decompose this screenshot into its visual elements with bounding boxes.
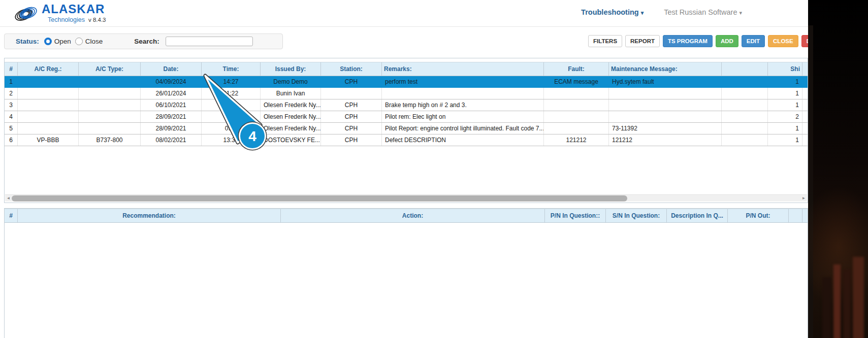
table-row[interactable]: 226/01/202411:22Bunin Ivan1 [5, 88, 808, 99]
table-cell [79, 123, 141, 134]
table-cell: 28/09/2021 [141, 123, 202, 134]
table-cell [79, 99, 141, 111]
brand-logo: ALASKAR Technologies v 8.4.3 [13, 3, 106, 24]
table-cell [79, 76, 141, 87]
brand-subtitle: Technologies [48, 16, 85, 23]
report-button[interactable]: REPORT [625, 35, 660, 47]
table-row[interactable]: 306/10/202159Olesen Frederik Ny...CPHBra… [5, 99, 808, 111]
action-button-row: FILTERS REPORT TS PROGRAM ADD EDIT CLOSE… [588, 35, 834, 47]
table-cell: 121212 [544, 134, 609, 146]
nav-troubleshooting-label: Troubleshooting [581, 8, 639, 16]
filters-button[interactable]: FILTERS [588, 35, 622, 47]
column-header: A/C Reg.: [18, 62, 79, 76]
search-label: Search: [134, 38, 159, 45]
column-header: P/N Out: [728, 209, 789, 222]
table-cell [544, 88, 609, 99]
table-cell [544, 111, 609, 122]
edit-button[interactable]: EDIT [742, 35, 765, 47]
table-cell: 5 [5, 123, 18, 134]
table-cell: 59 [202, 99, 261, 111]
column-header: Station: [321, 62, 382, 76]
table-cell: DOSTOEVSKY FE... [261, 134, 321, 146]
table-cell [722, 123, 768, 134]
chevron-down-icon: ▾ [739, 10, 742, 16]
column-header: A/C Type: [79, 62, 141, 76]
column-header [789, 209, 802, 222]
table-cell: 2 [5, 88, 18, 99]
column-header: Maintenance Message: [609, 62, 722, 76]
table-cell: Olesen Frederik Ny... [261, 111, 321, 122]
column-header: Remarks: [382, 62, 544, 76]
table-cell [202, 111, 261, 122]
table-cell: Hyd.sytem fault [609, 76, 722, 87]
table-cell: ECAM message [544, 76, 609, 87]
top-bar: ALASKAR Technologies v 8.4.3 Troubleshoo… [0, 0, 808, 27]
column-header: Date: [141, 62, 202, 76]
table-row[interactable]: 428/09/2021Olesen Frederik Ny...CPHPilot… [5, 111, 808, 123]
search-input[interactable] [166, 37, 253, 46]
scrollbar-thumb[interactable] [12, 195, 627, 201]
scroll-right-icon[interactable]: ► [800, 195, 807, 201]
table-cell: 6 [5, 134, 18, 146]
close-button[interactable]: CLOSE [768, 35, 798, 47]
status-label: Status: [16, 38, 39, 45]
table-cell: Demo Demo [261, 76, 321, 87]
table-cell: 11:22 [202, 88, 261, 99]
table-cell [609, 111, 722, 122]
status-close-radio[interactable] [75, 38, 83, 45]
status-open-radio[interactable] [44, 38, 52, 45]
table-cell [79, 88, 141, 99]
table-cell: 08/02/2021 [141, 134, 202, 146]
status-filter-bar: Status: Open Close Search: [4, 33, 283, 49]
add-button[interactable]: ADD [716, 35, 738, 47]
scroll-left-icon[interactable]: ◄ [5, 195, 12, 201]
table-cell: Defect DESCRIPTION [382, 134, 544, 146]
horizontal-scrollbar[interactable]: ◄ ► [5, 194, 807, 201]
table-cell: 09:3 [202, 123, 261, 134]
table-cell: 06/10/2021 [141, 99, 202, 111]
column-header: P/N In Question:: [545, 209, 606, 222]
table-cell: CPH [321, 76, 382, 87]
table-cell [609, 99, 722, 111]
table-cell [321, 88, 382, 99]
column-header: # [5, 209, 18, 222]
nav-user-menu[interactable]: Test Russian Software▾ [664, 8, 742, 16]
table-cell [18, 111, 79, 122]
status-open-label: Open [54, 38, 71, 45]
column-header: Recommendation: [18, 209, 281, 222]
desktop-background [808, 0, 868, 338]
table-cell: CPH [321, 111, 382, 122]
ts-program-button[interactable]: TS PROGRAM [663, 35, 713, 47]
table-cell: CPH [321, 123, 382, 134]
table-cell [18, 123, 79, 134]
table-cell: 1 [768, 123, 802, 134]
column-header: Description In Q... [667, 209, 728, 222]
table-cell: 73-11392 [609, 123, 722, 134]
table-row[interactable]: 104/09/202414:27Demo DemoCPHperform test… [5, 76, 808, 88]
table-cell: Bunin Ivan [261, 88, 321, 99]
table-cell: 26/01/2024 [141, 88, 202, 99]
logo-swoosh-icon [13, 3, 40, 24]
column-header: Fault: [544, 62, 609, 76]
table-cell: 28/09/2021 [141, 111, 202, 122]
table-cell: 1 [5, 76, 18, 87]
table-header-row: #A/C Reg.:A/C Type:Date:Time:Issued By:S… [5, 62, 808, 76]
table-cell: 3 [5, 99, 18, 111]
table-cell: Pilot Report: engine control light illum… [382, 123, 544, 134]
column-header: Issued By: [261, 62, 321, 76]
table-cell [79, 111, 141, 122]
table-cell: Olesen Frederik Ny... [261, 123, 321, 134]
table-row[interactable]: 528/09/202109:3Olesen Frederik Ny...CPHP… [5, 123, 808, 134]
table-cell [722, 76, 768, 87]
table-cell [609, 88, 722, 99]
column-header: Shi [768, 62, 802, 76]
table-cell: 13:37 [202, 134, 261, 146]
table-cell [18, 88, 79, 99]
nav-troubleshooting-menu[interactable]: Troubleshooting▾ [581, 8, 644, 16]
table-cell: CPH [321, 134, 382, 146]
table-cell [722, 134, 768, 146]
table-row[interactable]: 6VP-BBBB737-80008/02/202113:37DOSTOEVSKY… [5, 134, 808, 146]
column-header: Action: [281, 209, 545, 222]
table-cell: 1 [768, 76, 802, 87]
table-cell: VP-BBB [18, 134, 79, 146]
